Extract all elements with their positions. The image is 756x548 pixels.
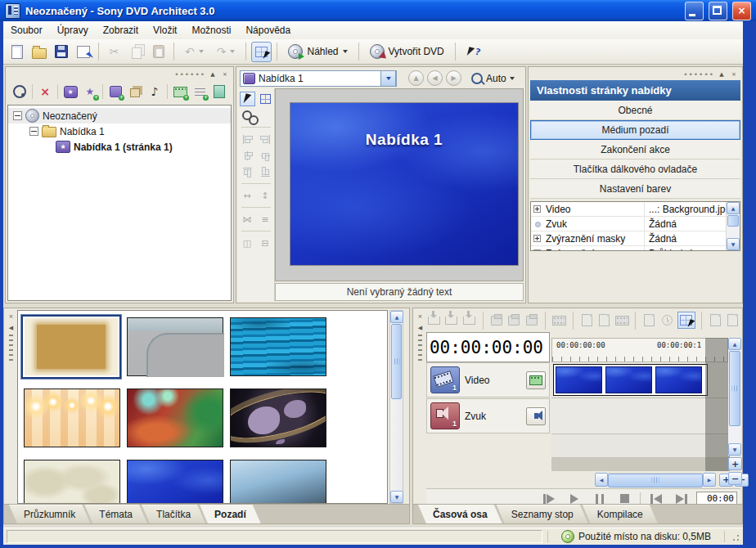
menu-upravy[interactable]: Úpravy [50, 22, 96, 38]
open-project-button[interactable] [29, 42, 49, 62]
add-button-button[interactable]: ★+ [83, 84, 97, 99]
select-tool-button[interactable] [240, 92, 255, 106]
gallery-item-rounded-corner-gray[interactable] [127, 317, 223, 376]
new-project-button[interactable] [7, 42, 27, 62]
align-top-button[interactable] [240, 164, 255, 179]
audio-track-header[interactable]: 1 Zvuk [426, 398, 550, 433]
gallery-item-parchment-frame[interactable] [21, 315, 121, 379]
gallery-item-soft-candles[interactable] [24, 389, 120, 447]
cut-button[interactable]: ✂ [104, 42, 124, 62]
tree-item-menu[interactable]: Nabídka 1 [8, 124, 231, 139]
timeline-vertical-scrollbar[interactable]: ▲ ▼ [728, 338, 741, 456]
video-track-header[interactable]: 1 Video [426, 362, 550, 398]
menu-canvas[interactable]: Nabídka 1 [290, 102, 519, 266]
scrollbar-thumb[interactable] [729, 351, 740, 426]
menu-soubor[interactable]: Soubor [3, 22, 50, 38]
preview-button[interactable]: Náhled [282, 42, 353, 62]
menu-napoveda[interactable]: Nápověda [238, 22, 298, 38]
section-nastaveni-barev[interactable]: Nastavení barev [530, 179, 740, 199]
properties-panel-grip[interactable]: •••••• ▲ × [683, 69, 739, 79]
save-project-button[interactable] [51, 42, 71, 62]
space-across-button[interactable]: ⋈ [240, 212, 255, 227]
zoom-control[interactable]: Auto [471, 73, 515, 84]
nav-back-button[interactable]: ◀ [427, 70, 443, 86]
scrollbar-thumb[interactable] [727, 215, 739, 227]
scrollbar-thumb[interactable] [391, 324, 402, 399]
copy-button[interactable] [126, 42, 146, 62]
page-corner-button-1[interactable] [708, 312, 723, 328]
menu-vlozit[interactable]: Vložit [146, 22, 184, 38]
property-grid-scrollbar[interactable]: ▲ ▼ [726, 202, 740, 250]
menu-title-text[interactable]: Nabídka 1 [290, 131, 518, 149]
tab-tlacitka[interactable]: Tlačítka [142, 505, 205, 523]
save-frame-button[interactable] [596, 312, 612, 328]
maximize-button[interactable] [709, 2, 727, 20]
track-height-plus-button[interactable]: + [728, 457, 742, 470]
same-height-button[interactable]: ↕ [258, 188, 273, 203]
gallery-item-blue-swirl[interactable] [127, 460, 223, 504]
scrollbar-track[interactable] [608, 473, 703, 487]
collapse-expander[interactable] [29, 127, 38, 136]
insert-button-object-button[interactable]: ★ [63, 84, 78, 99]
expand-icon[interactable] [533, 205, 541, 213]
duplicate-menu-button[interactable] [128, 84, 142, 99]
menu-zobrazit[interactable]: Zobrazit [96, 22, 146, 38]
insert-media-button[interactable]: + [173, 84, 187, 99]
tab-seznamy-stop[interactable]: Seznamy stop [497, 505, 588, 523]
section-zakonceni-akce[interactable]: Zakončení akce [530, 140, 740, 159]
gallery-scrollbar[interactable]: ▲ ▼ [389, 310, 403, 504]
track-height-minus-button[interactable]: − [728, 472, 742, 485]
panel-close-button[interactable]: × [729, 70, 739, 79]
center-horizontal-button[interactable] [240, 148, 255, 163]
load-markers-button[interactable] [489, 312, 505, 328]
sizing-grid-button[interactable] [258, 92, 273, 106]
center-in-page-v-button[interactable]: ⊟ [258, 236, 273, 250]
scroll-down-button[interactable]: ▼ [728, 443, 741, 456]
tab-temata[interactable]: Témata [84, 505, 147, 523]
split-media-button[interactable] [614, 312, 630, 328]
section-medium-pozadi[interactable]: Médium pozadí [530, 120, 740, 140]
minimize-button[interactable] [685, 2, 704, 20]
menu-moznosti[interactable]: Možnosti [184, 22, 238, 38]
nav-forward-button[interactable]: ▶ [446, 70, 461, 86]
panel-collapse-button[interactable]: ◀ [7, 323, 16, 332]
gallery-item-birthday-cake[interactable] [127, 389, 223, 447]
audio-mute-button[interactable] [526, 407, 546, 425]
set-media-button[interactable] [551, 312, 567, 328]
close-button[interactable]: × [732, 2, 751, 20]
scroll-up-button[interactable]: ▲ [728, 338, 741, 350]
scroll-up-button[interactable]: ▲ [727, 202, 740, 214]
space-down-button[interactable]: ≡ [258, 212, 273, 227]
insert-end-marker-button[interactable] [461, 312, 477, 328]
paste-button[interactable] [148, 42, 169, 62]
property-row-zvuk[interactable]: Zvuk Žádná [531, 217, 740, 231]
combo-dropdown-button[interactable] [380, 70, 396, 87]
gallery-item-globe-rings[interactable] [230, 389, 326, 447]
panel-close-button[interactable]: × [416, 312, 425, 321]
center-vertical-button[interactable] [258, 148, 273, 163]
project-properties-button[interactable] [73, 42, 93, 62]
undo-button[interactable]: ↶ [179, 42, 209, 62]
align-bottom-button[interactable] [258, 164, 273, 179]
panel-collapse-button[interactable]: ◀ [416, 323, 425, 332]
selection-tool-toggle[interactable] [251, 42, 272, 62]
render-button[interactable] [579, 312, 595, 328]
tab-pruzkumnik[interactable]: Průzkumník [9, 505, 90, 523]
gallery-item-steel-blue-gradient[interactable] [230, 460, 326, 504]
redo-button[interactable]: ↷ [211, 42, 241, 62]
align-left-button[interactable] [240, 132, 255, 146]
background-video-clip[interactable] [553, 364, 708, 396]
same-width-button[interactable]: ↔ [240, 188, 255, 203]
tree-item-root[interactable]: Neoznačený [8, 108, 231, 124]
paste-attributes-button[interactable] [641, 312, 657, 328]
expand-icon[interactable] [533, 235, 541, 242]
section-tlacitka-ovladace[interactable]: Tlačítka dálkového ovladače [530, 159, 740, 179]
timeline-panel-grip[interactable]: × ◀ [415, 310, 425, 504]
panel-collapse-button[interactable]: ▲ [717, 70, 727, 79]
timeline-ruler[interactable]: 00:00:00:00 00:00:00:1 [551, 338, 728, 362]
align-right-button[interactable] [258, 132, 273, 146]
menu-selector-combo[interactable]: Nabídka 1 [240, 70, 397, 87]
panel-close-button[interactable]: × [7, 312, 16, 321]
window-resize-grip[interactable] [730, 532, 740, 541]
scrollbar-thumb[interactable] [608, 474, 703, 487]
